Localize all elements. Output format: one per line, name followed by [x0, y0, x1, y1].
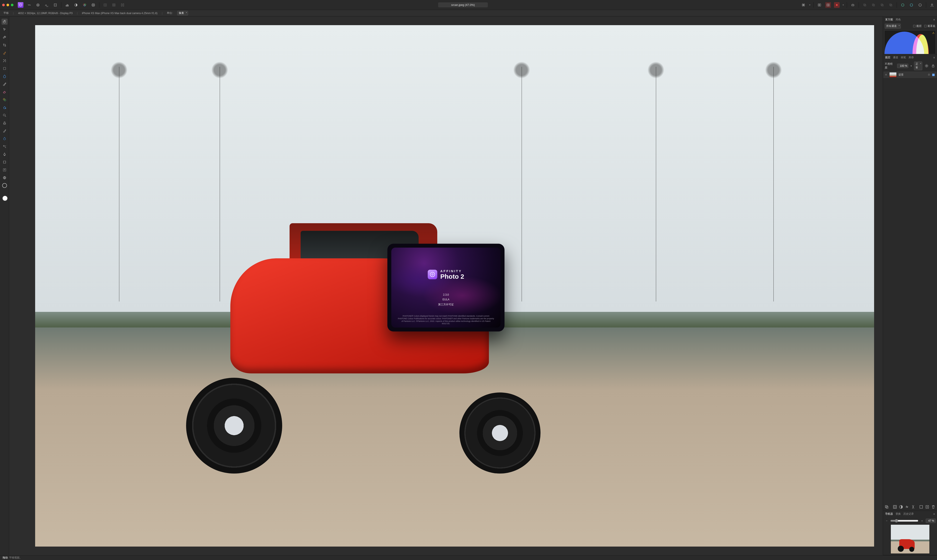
autolevels-button[interactable] — [65, 2, 70, 8]
zoom-tool[interactable] — [2, 112, 8, 118]
fx-button[interactable]: fx — [905, 505, 909, 509]
autocontrast-button[interactable] — [73, 2, 79, 8]
text-tool[interactable] — [2, 167, 8, 173]
persona-export-icon[interactable] — [52, 2, 58, 8]
fill-tool[interactable] — [2, 105, 8, 111]
panel-menu-icon[interactable]: ≡ — [933, 56, 935, 59]
hand-tool[interactable] — [2, 18, 8, 25]
visibility-checkbox[interactable] — [932, 74, 935, 76]
zoom-slider[interactable] — [891, 519, 918, 523]
view-tool[interactable] — [2, 183, 8, 189]
affinity-photo-icon — [428, 270, 437, 279]
tool-name-label: 平移 — [3, 11, 9, 15]
close-window-button[interactable] — [2, 4, 5, 6]
persona-develop-icon[interactable] — [35, 2, 41, 8]
guides-button[interactable] — [111, 2, 117, 8]
tab-scope[interactable]: 周色 — [895, 18, 901, 22]
order-backone-button[interactable] — [871, 2, 876, 8]
minimize-window-button[interactable] — [6, 4, 9, 6]
clone-tool[interactable] — [2, 143, 8, 149]
blur-tool[interactable] — [2, 136, 8, 142]
mask-button[interactable] — [892, 505, 897, 509]
histogram-mask-checkbox[interactable]: 遮罩底 — [924, 24, 935, 28]
opacity-label: 不透明度: — [885, 62, 895, 69]
layer-row[interactable]: ⁜ 背景 — [883, 71, 937, 78]
tab-channels[interactable]: 通道 — [893, 56, 898, 59]
merge-button[interactable] — [884, 505, 889, 509]
order-front-button[interactable] — [888, 2, 894, 8]
opacity-input[interactable]: 100 % — [897, 64, 908, 68]
move-tool[interactable] — [2, 26, 8, 32]
tab-brushes[interactable]: 画笔 — [901, 56, 906, 59]
quickmask-button[interactable] — [801, 2, 806, 8]
mesh-warp-tool[interactable] — [2, 175, 8, 181]
stamp-tool[interactable] — [2, 120, 8, 126]
fx-visibility-icon[interactable]: ⁜ — [885, 72, 888, 77]
link-help-icon[interactable] — [917, 2, 923, 8]
tab-layers[interactable]: 图层 — [885, 56, 891, 59]
adjust-button[interactable] — [898, 505, 903, 509]
magic-wand-tool[interactable] — [2, 58, 8, 64]
arrange-left-button[interactable] — [817, 2, 822, 8]
svg-point-23 — [852, 5, 853, 5]
arrange-center-button[interactable] — [825, 2, 831, 8]
persona-liquify-icon[interactable] — [26, 2, 32, 8]
blendmode-select[interactable]: 正常 — [914, 62, 922, 70]
color-wells[interactable] — [1, 194, 8, 201]
crop-layer-button[interactable] — [911, 505, 915, 509]
link-publisher-icon[interactable] — [909, 2, 914, 8]
autocolor-button[interactable] — [82, 2, 87, 8]
paint-brush-tool[interactable] — [2, 81, 8, 87]
paint-mixer-tool[interactable] — [2, 97, 8, 103]
color-picker-tool[interactable] — [2, 34, 8, 40]
grid-button[interactable] — [102, 2, 108, 8]
order-back-button[interactable] — [862, 2, 868, 8]
assistant-button[interactable] — [850, 2, 856, 8]
snapping-button[interactable] — [120, 2, 125, 8]
shape-tool[interactable] — [2, 159, 8, 165]
selection-brush-tool[interactable] — [2, 50, 8, 56]
canvas-area[interactable]: AFFINITY Photo 2 2.3.0 EULA 第三方许可证 PANTO… — [9, 17, 883, 555]
link-designer-icon[interactable] — [900, 2, 906, 8]
zoom-out-button[interactable]: − — [884, 518, 889, 523]
histogram-layer-checkbox[interactable]: 图层 — [913, 24, 922, 28]
layer-lock-icon[interactable] — [931, 63, 935, 68]
navigator-thumbnail[interactable] — [891, 525, 929, 554]
zoom-window-button[interactable] — [11, 4, 14, 6]
crop-tool[interactable] — [2, 42, 8, 48]
delete-layer-button[interactable] — [931, 505, 936, 509]
layer-name[interactable]: 背景 — [898, 73, 904, 77]
autowb-button[interactable] — [90, 2, 96, 8]
tab-transform[interactable]: 变换 — [895, 512, 901, 516]
eula-link[interactable]: EULA — [443, 298, 449, 301]
third-party-link[interactable]: 第三方许可证 — [438, 303, 454, 306]
zoom-value[interactable]: 47 % — [926, 518, 936, 523]
brand-name-main: Photo 2 — [440, 272, 464, 280]
panel-menu-icon[interactable]: ≡ — [933, 18, 935, 21]
account-icon[interactable] — [929, 2, 935, 8]
tab-navigator[interactable]: 导航器 — [885, 512, 893, 516]
tab-stock[interactable]: 库存 — [909, 56, 914, 59]
dodge-tool[interactable] — [2, 128, 8, 134]
zoom-in-button[interactable]: ＋ — [920, 518, 925, 523]
channel-select[interactable]: 所有通道 — [885, 24, 901, 29]
svg-point-21 — [836, 4, 838, 6]
erase-brush-tool[interactable] — [2, 89, 8, 95]
add-pixel-layer-button[interactable] — [919, 505, 923, 509]
titlebar: srcan.jpeg (47.0%) ▾ ▾ — [0, 0, 937, 10]
order-frontone-button[interactable] — [879, 2, 885, 8]
marquee-tool[interactable] — [2, 65, 8, 72]
flood-select-tool[interactable] — [2, 73, 8, 79]
unit-select[interactable]: 像素 — [177, 11, 188, 15]
tab-histogram[interactable]: 直方图 — [885, 18, 893, 22]
persona-tonemap-icon[interactable] — [44, 2, 49, 8]
layer-thumb — [889, 72, 897, 77]
lock-icon[interactable] — [928, 73, 931, 77]
tab-history[interactable]: 历史记录 — [903, 512, 914, 516]
pen-tool[interactable] — [2, 151, 8, 157]
persona-photo-icon[interactable] — [18, 2, 23, 8]
add-layer-button[interactable] — [925, 505, 929, 509]
layer-cog-icon[interactable] — [925, 63, 929, 68]
panel-menu-icon[interactable]: ≡ — [933, 512, 935, 515]
arrange-record-button[interactable] — [834, 2, 840, 8]
